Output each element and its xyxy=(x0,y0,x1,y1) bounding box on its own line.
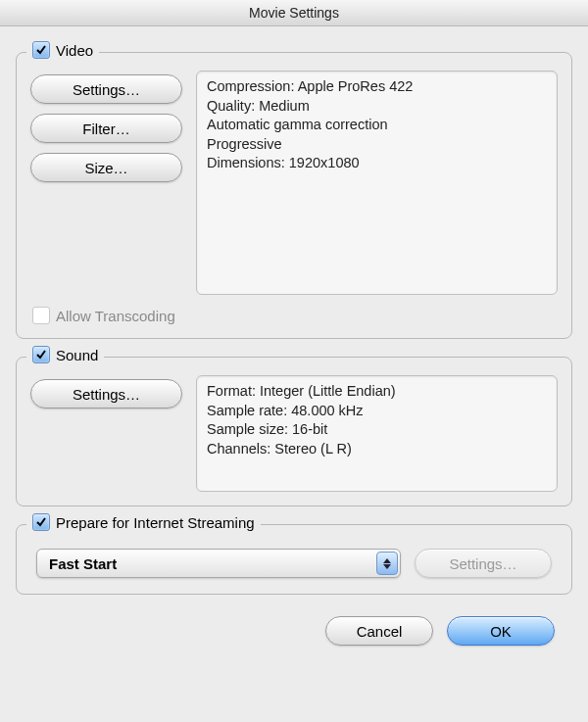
streaming-group: Prepare for Internet Streaming Fast Star… xyxy=(16,524,572,595)
cancel-button[interactable]: Cancel xyxy=(325,616,433,646)
sound-group: Sound Settings… Format: Integer (Little … xyxy=(16,357,572,506)
sound-sample-size: Sample size: 16-bit xyxy=(207,420,547,440)
video-settings-button[interactable]: Settings… xyxy=(30,74,182,104)
ok-button[interactable]: OK xyxy=(447,616,555,646)
streaming-checkbox[interactable] xyxy=(32,513,50,531)
window-title: Movie Settings xyxy=(0,0,588,26)
video-info-box: Compression: Apple ProRes 422 Quality: M… xyxy=(196,71,558,295)
video-size-button[interactable]: Size… xyxy=(30,153,182,182)
video-checkbox[interactable] xyxy=(32,41,50,59)
allow-transcoding-checkbox[interactable] xyxy=(32,307,50,324)
video-filter-button[interactable]: Filter… xyxy=(30,114,182,143)
sound-format: Format: Integer (Little Endian) xyxy=(207,382,547,402)
streaming-settings-button: Settings… xyxy=(415,549,552,578)
streaming-legend-label: Prepare for Internet Streaming xyxy=(56,514,255,531)
sound-checkbox[interactable] xyxy=(32,346,50,363)
sound-sample-rate: Sample rate: 48.000 kHz xyxy=(207,402,547,421)
sound-legend-label: Sound xyxy=(56,347,98,363)
video-quality: Quality: Medium xyxy=(207,97,547,117)
popup-arrows-icon xyxy=(376,552,398,575)
sound-info-box: Format: Integer (Little Endian) Sample r… xyxy=(196,375,558,492)
video-scan: Progressive xyxy=(207,135,547,155)
video-legend-label: Video xyxy=(56,42,93,59)
video-compression: Compression: Apple ProRes 422 xyxy=(207,77,547,97)
allow-transcoding-label: Allow Transcoding xyxy=(56,308,175,324)
video-gamma: Automatic gamma correction xyxy=(207,116,547,135)
video-dimensions: Dimensions: 1920x1080 xyxy=(207,154,547,173)
streaming-mode-value: Fast Start xyxy=(49,555,117,572)
sound-channels: Channels: Stereo (L R) xyxy=(207,440,547,459)
sound-settings-button[interactable]: Settings… xyxy=(30,379,182,409)
streaming-mode-popup[interactable]: Fast Start xyxy=(36,549,401,578)
video-group: Video Settings… Filter… Size… Compressio… xyxy=(16,52,572,339)
